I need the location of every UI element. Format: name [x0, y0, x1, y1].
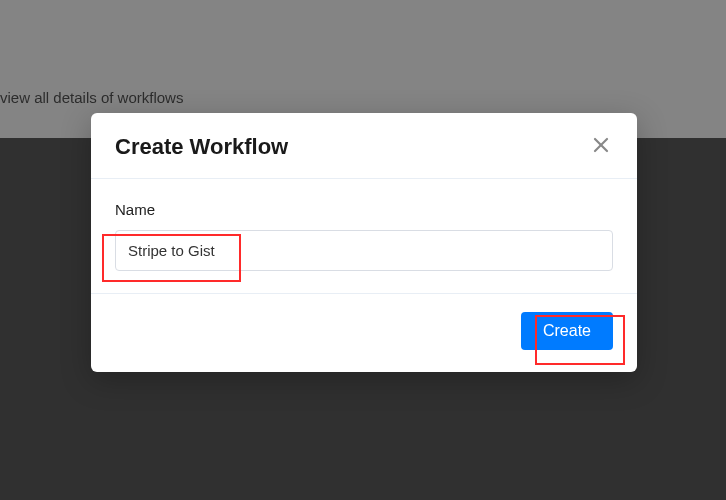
modal-footer: Create: [91, 294, 637, 372]
modal-body: Name: [91, 179, 637, 294]
workflow-name-input[interactable]: [115, 230, 613, 271]
name-label: Name: [115, 201, 613, 218]
modal-title: Create Workflow: [115, 134, 288, 160]
create-workflow-modal: Create Workflow Name Create: [91, 113, 637, 372]
modal-header: Create Workflow: [91, 113, 637, 179]
create-button[interactable]: Create: [521, 312, 613, 350]
close-button[interactable]: [589, 133, 613, 160]
close-icon: [593, 137, 609, 156]
